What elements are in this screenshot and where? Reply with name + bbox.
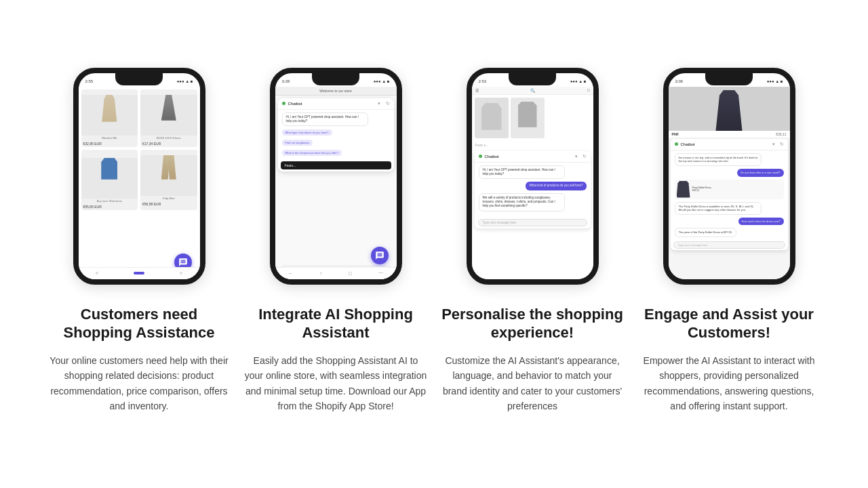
menu-icon: ☰ bbox=[475, 88, 479, 93]
page-container: 2:55 ●●● ▲ ■ Blended Silk €32,95 EUR bbox=[0, 47, 868, 441]
card-title-1: Customers need Shopping Assistance bbox=[47, 305, 231, 342]
shirt-blue-icon bbox=[101, 158, 117, 180]
card-1: 2:55 ●●● ▲ ■ Blended Silk €32,95 EUR bbox=[47, 68, 231, 285]
signal-4: ●●● ▲ ■ bbox=[767, 79, 783, 83]
product-name-2: BOSS 12CS S-lines bbox=[140, 136, 197, 140]
product-item-3: Buy more Shirt items €55,65 EUR bbox=[81, 150, 138, 210]
text-card-4: Engage and Assist your Customers! Empowe… bbox=[637, 305, 821, 414]
store-info: From s... bbox=[472, 141, 593, 149]
notch-2 bbox=[312, 73, 359, 85]
bot-greeting-3: Hi, I am Your GPT powered shop assistant… bbox=[479, 165, 565, 180]
refresh-icon: ↻ bbox=[386, 101, 390, 106]
refresh-icon-4: ↻ bbox=[780, 142, 784, 147]
eddie-price: €33,11 bbox=[776, 132, 786, 136]
search-icon-3: 🔍 bbox=[530, 88, 535, 93]
phone-4: 3:06 ●●● ▲ ■ PAR €33,11 bbox=[663, 68, 795, 285]
product-thumb-shirt bbox=[511, 98, 545, 138]
card-title-2: Integrate AI Shopping Assistant bbox=[244, 305, 427, 342]
product-price-4: €56,58 EUR bbox=[140, 201, 197, 207]
featured-banner: Featu... bbox=[281, 161, 391, 169]
product-price-2: €17,34 EUR bbox=[140, 140, 197, 147]
nav-dot-1 bbox=[96, 272, 98, 274]
bot-reply-4b: The price of the Party Eddie Dress is $3… bbox=[675, 228, 737, 237]
chat-header-4: Chatbot ▾ ↻ bbox=[671, 139, 788, 150]
bot-desc-4: the mouse or me top, and a concealed zip… bbox=[675, 153, 762, 166]
signal-1: ●●● ▲ ■ bbox=[177, 79, 193, 83]
product-thumbs-row bbox=[472, 95, 593, 141]
chat-header-3: Chatbot ▾ ↻ bbox=[475, 151, 591, 163]
input-area-4: Type your message here bbox=[671, 240, 788, 250]
product-img-4 bbox=[140, 155, 197, 196]
signal-3: ●●● ▲ ■ bbox=[570, 79, 587, 83]
product-price-3: €55,65 EUR bbox=[81, 203, 138, 210]
screen-2: Welcome to our store Chatbot ▾ ↻ Hi, I a… bbox=[275, 87, 397, 279]
card-desc-3: Customize the AI Assistant's appearance,… bbox=[441, 353, 624, 414]
phone3-nav: ☰ 🔍 □ bbox=[472, 87, 593, 95]
bot-reply-3: We sell a variety of products including … bbox=[479, 193, 565, 211]
chatbot-label: Chatbot bbox=[288, 102, 302, 106]
product-price-chat: €33,11 bbox=[692, 189, 782, 192]
product-item-1: Blended Silk €32,95 EUR bbox=[81, 89, 138, 147]
pants-beige-icon bbox=[161, 155, 176, 180]
product-card-chat: Party Eddie Dress €33,11 bbox=[675, 180, 784, 199]
action-btn-1[interactable]: What type of products do you have? bbox=[282, 129, 332, 136]
product-img-2 bbox=[140, 95, 197, 136]
bot-greeting: Hi, I am Your GPT powered shop assistant… bbox=[282, 113, 368, 127]
save-nav-icon: □ bbox=[349, 271, 351, 276]
time-3: 2:53 bbox=[479, 79, 487, 83]
dark-dress-shape bbox=[715, 90, 743, 131]
notch-4 bbox=[705, 73, 753, 85]
screen-3: ☰ 🔍 □ From s... bbox=[472, 87, 593, 279]
online-dot-4 bbox=[675, 142, 678, 146]
action-btn-2[interactable]: Find me sunglasses bbox=[282, 140, 313, 146]
time-4: 3:06 bbox=[675, 79, 684, 83]
product-grid: Blended Silk €32,95 EUR BOSS 12CS S-line… bbox=[79, 87, 200, 213]
dark-dress-section bbox=[669, 87, 790, 131]
dress-beige-icon bbox=[102, 95, 117, 122]
share-nav-icon: ↑ bbox=[319, 271, 322, 276]
card-3: 2:53 ●●● ▲ ■ ☰ 🔍 □ bbox=[441, 68, 624, 285]
nav-dot-active bbox=[134, 272, 144, 274]
screen-1: Blended Silk €32,95 EUR BOSS 12CS S-line… bbox=[79, 87, 200, 279]
chat-messages-2: Hi, I am Your GPT powered shop assistant… bbox=[278, 110, 394, 160]
time-2: 3:28 bbox=[282, 79, 290, 83]
nav-dot-3 bbox=[180, 272, 182, 274]
product-img-1 bbox=[81, 95, 138, 136]
chat-window-3: Chatbot ▾ ↻ Hi, I am Your GPT powered sh… bbox=[475, 151, 591, 228]
card-title-4: Engage and Assist your Customers! bbox=[637, 305, 821, 342]
nav-bar-1 bbox=[79, 267, 200, 279]
chat-header: Chatbot ▾ ↻ bbox=[278, 98, 394, 110]
chat-window-4: Chatbot ▾ ↻ the mouse or me top, and a c… bbox=[671, 139, 788, 250]
card-title-3: Personalise the shopping experience! bbox=[441, 305, 624, 342]
dress-grey-icon bbox=[161, 95, 176, 121]
store-header: Welcome to our store bbox=[275, 87, 397, 96]
card-desc-4: Empower the AI Assistant to interact wit… bbox=[637, 353, 821, 414]
chat-fab-2[interactable] bbox=[371, 247, 389, 264]
product-name-4: Fally Skirt bbox=[140, 196, 197, 201]
card-desc-1: Your online customers need help with the… bbox=[47, 353, 231, 414]
product-img-3 bbox=[81, 158, 138, 199]
shirt-shape bbox=[518, 102, 537, 127]
screen-4: PAR €33,11 Chatbot ▾ ↻ the mouse or me t… bbox=[669, 87, 790, 279]
action-btn-3[interactable]: What is the cheapest product that you of… bbox=[282, 150, 342, 156]
product-name-3: Buy more Shirt items bbox=[81, 199, 138, 203]
user-msg-4a: Do you have this in a size small? bbox=[737, 169, 783, 177]
product-thumb-hoodie bbox=[475, 98, 509, 138]
text-card-1: Customers need Shopping Assistance Your … bbox=[47, 305, 231, 414]
chevron-icon-4: ▾ bbox=[772, 142, 775, 147]
chevron-down-icon: ▾ bbox=[378, 101, 380, 106]
chevron-icon-3: ▾ bbox=[575, 154, 578, 159]
input-area-3: Type your message here bbox=[475, 217, 591, 228]
more-nav-icon: ⋯ bbox=[378, 270, 383, 276]
text-card-2: Integrate AI Shopping Assistant Easily a… bbox=[244, 305, 427, 414]
card-2: 3:28 ●●● ▲ ■ Welcome to our store Chatbo… bbox=[244, 68, 427, 285]
text-section: Customers need Shopping Assistance Your … bbox=[27, 305, 841, 414]
product-name-1: Blended Silk bbox=[81, 136, 138, 140]
user-msg-4b: How much does the dress cost? bbox=[738, 218, 784, 226]
chat-messages-3: Hi, I am Your GPT powered shop assistant… bbox=[475, 163, 591, 214]
chat-input-4[interactable]: Type your message here bbox=[673, 241, 785, 249]
chatbot-label-3: Chatbot bbox=[485, 155, 499, 159]
chat-input-3[interactable]: Type your message here bbox=[478, 219, 587, 226]
online-dot bbox=[282, 102, 285, 105]
product-info-bar: PAR €33,11 bbox=[669, 131, 790, 138]
